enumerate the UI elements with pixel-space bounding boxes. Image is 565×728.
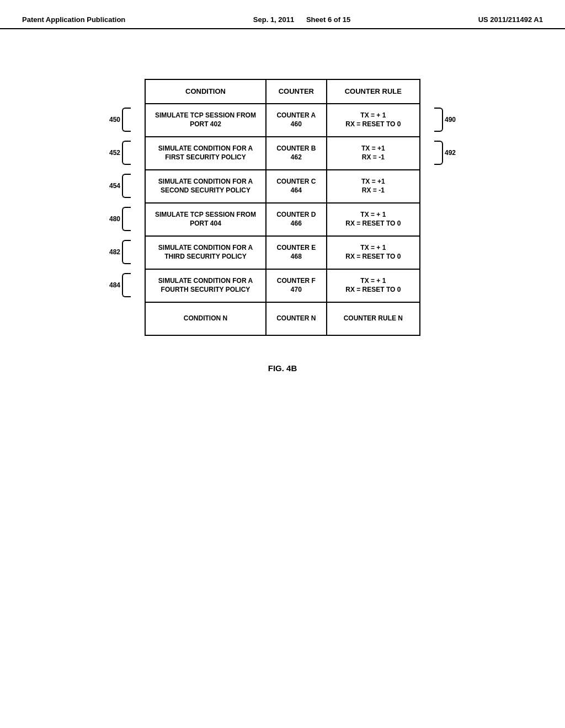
bracket-left-482 <box>122 240 131 264</box>
header-patent-number: US 2011/211492 A1 <box>478 15 543 24</box>
header-center: Sep. 1, 2011 Sheet 6 of 15 <box>253 15 350 24</box>
ann-num-480: 480 <box>106 215 120 223</box>
left-label-484: 484 <box>106 269 131 302</box>
table-row: SIMULATE CONDITION FOR A SECOND SECURITY… <box>145 170 420 203</box>
page-header: Patent Application Publication Sep. 1, 2… <box>0 0 565 29</box>
left-label-450: 450 <box>106 103 131 136</box>
right-label-490: 490 <box>434 103 459 136</box>
table-row: SIMULATE CONDITION FOR A FOURTH SECURITY… <box>145 269 420 302</box>
ann-num-450: 450 <box>106 116 120 124</box>
ann-num-452: 452 <box>106 149 120 157</box>
left-label-452: 452 <box>106 136 131 169</box>
table-row: CONDITION N COUNTER N COUNTER RULE N <box>145 302 420 335</box>
table-row: SIMULATE CONDITION FOR A THIRD SECURITY … <box>145 236 420 269</box>
left-label-454: 454 <box>106 169 131 202</box>
header-date: Sep. 1, 2011 <box>253 15 294 24</box>
header-publication: Patent Application Publication <box>22 15 125 24</box>
col-header-rule: COUNTER RULE <box>327 79 420 104</box>
cell-counter-3: COUNTER D466 <box>266 203 327 236</box>
cell-counter-1: COUNTER B462 <box>266 137 327 170</box>
ann-num-482: 482 <box>106 248 120 256</box>
ann-num-492: 492 <box>445 149 459 157</box>
cell-rule-4: TX = + 1RX = RESET TO 0 <box>327 236 420 269</box>
cell-condition-5: SIMULATE CONDITION FOR A FOURTH SECURITY… <box>145 269 266 302</box>
cell-rule-2: TX = +1RX = -1 <box>327 170 420 203</box>
cell-counter-2: COUNTER C464 <box>266 170 327 203</box>
cell-condition-1: SIMULATE CONDITION FOR A FIRST SECURITY … <box>145 137 266 170</box>
table-row: SIMULATE TCP SESSION FROM PORT 404 COUNT… <box>145 203 420 236</box>
table-header-row: CONDITION COUNTER COUNTER RULE <box>145 79 420 104</box>
cell-condition-0: SIMULATE TCP SESSION FROM PORT 402 <box>145 104 266 137</box>
cell-rule-1: TX = +1RX = -1 <box>327 137 420 170</box>
diagram-inner: 450 452 454 480 482 <box>145 79 420 336</box>
cell-condition-3: SIMULATE TCP SESSION FROM PORT 404 <box>145 203 266 236</box>
bracket-left-454 <box>122 174 131 198</box>
cell-counter-0: COUNTER A460 <box>266 104 327 137</box>
cell-rule-3: TX = + 1RX = RESET TO 0 <box>327 203 420 236</box>
cell-counter-5: COUNTER F470 <box>266 269 327 302</box>
cell-counter-4: COUNTER E468 <box>266 236 327 269</box>
cell-condition-2: SIMULATE CONDITION FOR A SECOND SECURITY… <box>145 170 266 203</box>
right-label-492: 492 <box>434 136 459 169</box>
cell-condition-n: CONDITION N <box>145 302 266 335</box>
diagram-area: 450 452 454 480 482 <box>0 79 565 336</box>
left-label-480: 480 <box>106 202 131 235</box>
table-row: SIMULATE CONDITION FOR A FIRST SECURITY … <box>145 137 420 170</box>
bracket-right-492 <box>434 141 443 165</box>
bracket-left-480 <box>122 207 131 231</box>
table-row: SIMULATE TCP SESSION FROM PORT 402 COUNT… <box>145 104 420 137</box>
bracket-left-450 <box>122 108 131 132</box>
bracket-left-484 <box>122 273 131 297</box>
header-sheet: Sheet 6 of 15 <box>306 15 350 24</box>
ann-num-484: 484 <box>106 281 120 289</box>
left-annotations: 450 452 454 480 482 <box>106 103 131 302</box>
right-annotations: 490 492 <box>434 103 459 169</box>
cell-rule-0: TX = + 1RX = RESET TO 0 <box>327 104 420 137</box>
col-header-condition: CONDITION <box>145 79 266 104</box>
left-label-482: 482 <box>106 235 131 269</box>
cell-condition-4: SIMULATE CONDITION FOR A THIRD SECURITY … <box>145 236 266 269</box>
cell-counter-n: COUNTER N <box>266 302 327 335</box>
cell-rule-n: COUNTER RULE N <box>327 302 420 335</box>
ann-num-490: 490 <box>445 116 459 124</box>
figure-caption-area: FIG. 4B <box>0 363 565 373</box>
cell-rule-5: TX = + 1RX = RESET TO 0 <box>327 269 420 302</box>
bracket-right-490 <box>434 108 443 132</box>
figure-label: FIG. 4B <box>268 363 297 373</box>
col-header-counter: COUNTER <box>266 79 327 104</box>
ann-num-454: 454 <box>106 182 120 190</box>
bracket-left-452 <box>122 141 131 165</box>
main-table: CONDITION COUNTER COUNTER RULE SIMULATE … <box>145 79 420 336</box>
